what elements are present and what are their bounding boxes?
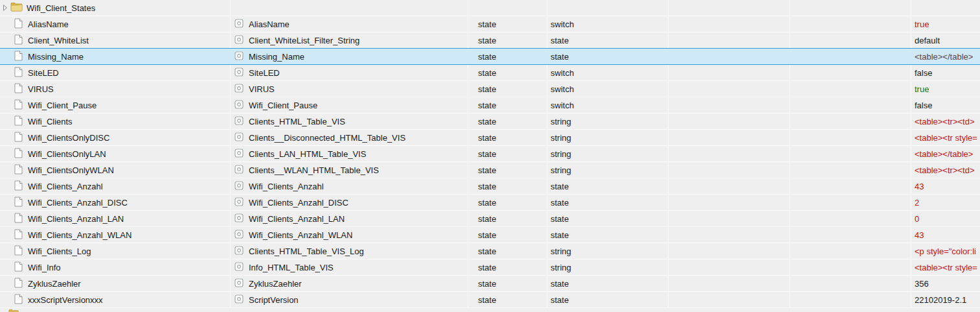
value-cell[interactable]: true: [911, 81, 980, 97]
role-cell: state: [468, 292, 547, 307]
table-row[interactable]: Wifi_Clients_Anzahl_WLAN Wifi_Clients_An…: [0, 227, 980, 243]
role-cell: state: [468, 178, 547, 194]
table-row[interactable]: Wifi_Client_Pause Wifi_Client_Pause stat…: [0, 97, 980, 114]
object-type: switch: [551, 101, 574, 110]
value-cell[interactable]: <p style="color:li: [911, 243, 980, 259]
file-icon: [14, 51, 23, 63]
value-cell[interactable]: <table></table>: [911, 146, 980, 162]
value-cell[interactable]: 0: [911, 211, 980, 226]
object-role: state: [478, 52, 496, 62]
object-id: Missing_Name: [249, 52, 304, 62]
file-icon: [14, 213, 23, 225]
expand-arrow-icon[interactable]: [3, 3, 8, 13]
object-value: 0: [915, 214, 919, 224]
state-icon: [234, 19, 244, 30]
empty-cell: [668, 243, 790, 259]
table-row[interactable]: Wifi_Clients_Log Clients_HTML_Table_VIS_…: [0, 243, 980, 259]
role-cell: state: [468, 65, 547, 80]
object-value: 43: [915, 182, 924, 191]
file-icon: [14, 278, 23, 290]
id-cell: Client_WhiteList_Filter_String: [231, 32, 468, 48]
table-row[interactable]: Wifi_Clients Clients_HTML_Table_VIS stat…: [0, 114, 980, 130]
empty-cell: [668, 211, 790, 226]
value-cell[interactable]: 2: [911, 195, 980, 210]
folder-icon: [10, 2, 23, 14]
object-type: state: [551, 198, 569, 208]
table-row[interactable]: ZyklusZaehler ZyklusZaehler state stat: [0, 276, 980, 292]
state-icon: [234, 278, 244, 289]
type-cell: switch: [547, 65, 668, 80]
table-row[interactable]: SiteLED SiteLED state switch: [0, 65, 980, 81]
value-cell[interactable]: <table><tr style=: [911, 259, 980, 275]
value-cell[interactable]: default: [911, 32, 980, 48]
id-cell: ScriptVersion: [231, 292, 468, 307]
file-icon: [14, 148, 23, 160]
table-row[interactable]: Wifi_ClientsOnlyDISC Clients__Disconnect…: [0, 130, 980, 146]
type-cell: state: [547, 195, 668, 210]
object-type: string: [551, 117, 571, 126]
table-row[interactable]: Client_WhiteList Client_WhiteList_Filter…: [0, 32, 980, 49]
table-row[interactable]: Wifi_Info Info_HTML_Table_VIS state st: [0, 259, 980, 276]
tree-row-folder[interactable]: Wifi_Client_States: [0, 0, 980, 16]
id-cell: Missing_Name: [231, 49, 468, 64]
object-id: Info_HTML_Table_VIS: [249, 263, 334, 272]
value-cell[interactable]: 22102019-2.1: [911, 292, 980, 307]
object-type: string: [551, 246, 571, 256]
table-row[interactable]: Wifi_Clients_Anzahl_DISC Wifi_Clients_An…: [0, 195, 980, 211]
id-cell: Clients_HTML_Table_VIS: [231, 114, 468, 129]
role-cell: [468, 0, 547, 16]
value-cell[interactable]: false: [911, 97, 980, 113]
role-cell: state: [468, 211, 547, 226]
type-cell: state: [547, 178, 668, 194]
object-value: true: [915, 84, 929, 94]
value-cell[interactable]: 43: [911, 178, 980, 194]
object-type: switch: [551, 84, 574, 94]
tree-cell: AliasName: [0, 16, 231, 32]
object-id: Clients_HTML_Table_VIS: [249, 117, 345, 126]
empty-cell: [790, 162, 911, 178]
object-role: state: [478, 230, 496, 240]
table-row[interactable]: Wifi_Clients_Anzahl Wifi_Clients_Anzahl …: [0, 178, 980, 195]
object-type: string: [551, 165, 571, 175]
empty-cell: [790, 243, 911, 259]
role-cell: state: [468, 146, 547, 162]
id-cell: SiteLED: [231, 65, 468, 80]
table-row[interactable]: VIRUS VIRUS state switch: [0, 81, 980, 97]
value-cell[interactable]: <table><tr><td>: [911, 114, 980, 129]
value-cell[interactable]: false: [911, 65, 980, 80]
state-icon: [234, 246, 244, 257]
object-type: switch: [551, 19, 574, 29]
table-row[interactable]: Missing_Name Missing_Name state state: [0, 48, 980, 65]
id-cell: Clients__WLAN_HTML_Table_VIS: [231, 162, 468, 178]
empty-cell: [790, 195, 911, 210]
state-icon: [234, 35, 244, 46]
empty-cell: [790, 114, 911, 129]
value-cell[interactable]: 356: [911, 276, 980, 291]
empty-cell: [668, 146, 790, 162]
object-role: state: [478, 295, 496, 305]
table-row[interactable]: Wifi_ClientsOnlyLAN Clients_LAN_HTML_Tab…: [0, 146, 980, 162]
object-id: Wifi_Clients_Anzahl: [249, 182, 324, 191]
value-cell[interactable]: <table><tr style=: [911, 130, 980, 145]
table-row[interactable]: xxxScriptVersionxxx ScriptVersion state: [0, 292, 980, 308]
tree-cell: Wifi_Clients_Anzahl_WLAN: [0, 227, 231, 243]
id-cell: Wifi_Clients_Anzahl: [231, 178, 468, 194]
object-role: state: [478, 165, 496, 175]
object-value: 356: [915, 279, 929, 289]
object-name: Wifi_Clients_Anzahl_WLAN: [28, 230, 131, 240]
value-cell[interactable]: true: [911, 16, 980, 32]
table-row[interactable]: Wifi_Clients_Anzahl_LAN Wifi_Clients_Anz…: [0, 211, 980, 227]
type-cell: string: [547, 146, 668, 162]
type-cell: string: [547, 162, 668, 178]
table-row[interactable]: AliasName AliasName state switch: [0, 16, 980, 32]
role-cell: state: [468, 49, 547, 64]
value-cell[interactable]: 43: [911, 227, 980, 243]
value-cell[interactable]: <table></table>: [911, 49, 980, 64]
value-cell[interactable]: <table><tr><td>: [911, 162, 980, 178]
table-row[interactable]: Wifi_ClientsOnlyWLAN Clients__WLAN_HTML_…: [0, 162, 980, 178]
object-type: state: [551, 52, 569, 62]
tree-cell: Wifi_Clients_Anzahl: [0, 178, 231, 194]
tree-row-partial[interactable]: [0, 308, 980, 312]
empty-cell: [668, 81, 790, 97]
empty-cell: [668, 16, 790, 32]
